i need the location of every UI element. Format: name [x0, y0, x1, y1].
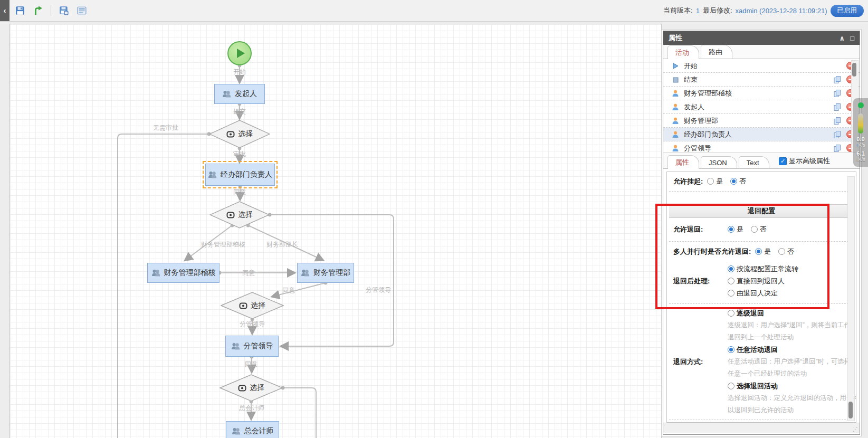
save-icon[interactable]	[14, 4, 26, 17]
radio-icon[interactable]	[728, 265, 735, 272]
radio-icon[interactable]	[751, 226, 758, 233]
list-item-fin-dept[interactable]: 财务管理部	[663, 114, 860, 128]
copy-icon[interactable]	[833, 130, 842, 139]
option-description: 选择退回活动：定义允许退回的活动，用于可	[728, 392, 856, 404]
radio-icon[interactable]	[728, 310, 735, 317]
task-label: 经办部门负责人	[221, 170, 272, 179]
panel-footer: ⋰	[663, 423, 860, 433]
users-icon	[151, 269, 160, 277]
gateway-2[interactable]: 选择	[209, 201, 270, 228]
panel-title: 属性	[669, 33, 682, 43]
task-label: 发起人	[235, 89, 257, 99]
task-label: 财务管理部稽核	[164, 268, 216, 278]
list-item-label: 财务管理部稽核	[684, 89, 828, 98]
task-leader[interactable]: 分管领导	[225, 336, 279, 357]
gateway-3[interactable]: 选择	[221, 292, 284, 319]
subtab-json[interactable]: JSON	[701, 156, 737, 168]
subtab-properties[interactable]: 属性	[667, 155, 699, 169]
play-icon	[237, 49, 245, 58]
radio-option[interactable]: 是	[707, 177, 723, 186]
radio-option[interactable]: 否	[730, 177, 746, 186]
radio-option[interactable]: 任意活动退回	[728, 344, 856, 356]
subtab-bar: 属性 JSON Text ✓ 显示高级属性	[663, 153, 860, 169]
field-label: 退回后处理:	[673, 277, 728, 286]
form-list-icon[interactable]	[75, 4, 88, 17]
task-chief-accountant[interactable]: 总会计师	[226, 421, 279, 438]
list-item-start[interactable]: 开始	[663, 59, 860, 73]
gateway-1[interactable]: 选择	[209, 120, 270, 148]
radio-option[interactable]: 否	[778, 247, 794, 256]
radio-icon[interactable]	[728, 226, 735, 233]
list-item-initiator[interactable]: 发起人	[663, 100, 860, 114]
subtab-text[interactable]: Text	[739, 156, 769, 168]
status-badge[interactable]: 已启用	[831, 5, 864, 17]
field-label: 允许退回:	[673, 225, 728, 234]
field-allow-return: 允许退回: 是 否	[667, 218, 856, 241]
tab-activity[interactable]: 活动	[667, 45, 699, 59]
tab-route[interactable]: 路由	[701, 45, 732, 59]
list-item-end[interactable]: 结束	[663, 73, 860, 87]
radio-icon[interactable]	[728, 383, 735, 389]
edge-label-submit: 提交	[233, 107, 246, 116]
panel-header: 属性 ∧ □	[663, 31, 860, 45]
radio-option[interactable]: 是	[755, 247, 771, 256]
scrollbar-thumb[interactable]	[848, 402, 853, 418]
option-description: 任意活动退回：用户选择“退回”时，可选择	[728, 356, 856, 368]
radio-icon[interactable]	[707, 178, 714, 185]
edge-label-agree: 同意	[242, 269, 255, 278]
radio-option[interactable]: 由退回人决定	[728, 287, 798, 299]
radio-icon[interactable]	[778, 248, 785, 255]
task-initiator[interactable]: 发起人	[214, 84, 265, 104]
top-toolbar: ‹ 当前版本: 1 最后修改: xadmin (2023-12-28 11:09…	[0, 0, 868, 22]
task-fin-audit[interactable]: 财务管理部稽核	[147, 263, 220, 283]
radio-option[interactable]: 否	[751, 225, 767, 234]
radio-option[interactable]: 是	[728, 225, 743, 234]
task-dept-manager[interactable]: 经办部门负责人	[205, 164, 275, 186]
save-run-icon[interactable]	[58, 4, 70, 17]
radio-icon[interactable]	[728, 278, 735, 284]
radio-option[interactable]: 选择退回活动	[728, 380, 856, 392]
copy-icon[interactable]	[833, 117, 842, 125]
deploy-branch-icon[interactable]	[32, 4, 44, 17]
gateway-4[interactable]: 选择	[220, 374, 283, 402]
radio-icon[interactable]	[728, 290, 735, 297]
collapse-left-icon[interactable]: ‹	[0, 0, 9, 21]
scrollbar-thumb[interactable]	[852, 63, 856, 77]
modified-value: xadmin (2023-12-28 11:09:21)	[736, 7, 827, 15]
radio-option[interactable]: 逐级退回	[728, 307, 856, 319]
copy-icon[interactable]	[833, 75, 842, 84]
radio-icon[interactable]	[755, 248, 762, 255]
field-label: 多人并行时是否允许退回:	[673, 247, 751, 256]
list-item-label: 开始	[684, 61, 842, 71]
person-icon	[672, 145, 679, 152]
edge-label-agree: 同意	[245, 360, 257, 369]
copy-icon[interactable]	[833, 144, 842, 153]
radio-icon[interactable]	[730, 178, 737, 185]
radio-icon[interactable]	[728, 346, 735, 353]
list-item-leader[interactable]: 分管领导	[663, 141, 860, 153]
option-description: 以退回到已允许的活动	[728, 404, 856, 416]
toolbar-separator	[51, 5, 51, 16]
flow-edges	[10, 24, 661, 438]
radio-option[interactable]: 直接回到退回人	[728, 275, 798, 287]
task-fin-dept[interactable]: 财务管理部	[297, 263, 354, 283]
edge-label-fin-head-branch: 财务部部长	[266, 240, 298, 249]
person-icon	[672, 117, 679, 125]
users-icon	[301, 269, 310, 277]
copy-icon[interactable]	[833, 89, 842, 98]
resize-grip-icon[interactable]: ⋰	[853, 426, 858, 432]
copy-icon[interactable]	[833, 103, 842, 111]
return-config-section-title: 退回配置	[669, 204, 854, 218]
form-scrollbar[interactable]	[847, 176, 855, 421]
radio-option[interactable]: 按流程配置正常流转	[728, 263, 798, 275]
list-item-dept-manager[interactable]: 经办部门负责人	[663, 128, 860, 141]
edge-label-fin-audit-branch: 财务管理部稽核	[201, 240, 245, 249]
upload-speed: 0.0	[856, 137, 864, 142]
edge-label-agree: 同意	[233, 188, 246, 197]
list-item-fin-audit[interactable]: 财务管理部稽核	[663, 87, 860, 100]
maximize-icon[interactable]: □	[850, 34, 854, 42]
advanced-checkbox[interactable]: ✓	[779, 157, 787, 165]
flow-canvas[interactable]: 发起人 选择 经办部门负责人 选择 财务管理部稽核 财务管理部 选择 分管领导 …	[9, 24, 662, 438]
collapse-up-icon[interactable]: ∧	[840, 34, 845, 42]
start-node[interactable]	[227, 41, 252, 65]
